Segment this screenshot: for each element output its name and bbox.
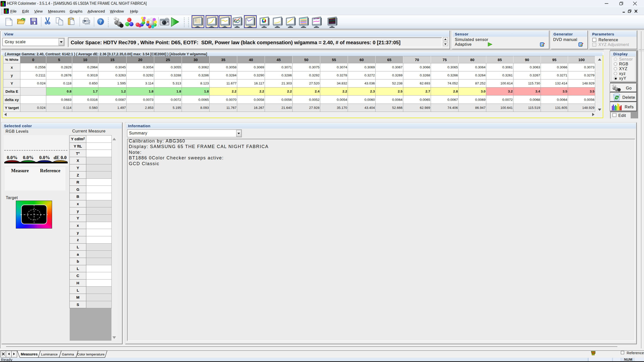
svg-text:Luminance: Luminance [41, 352, 58, 356]
svg-text:?: ? [99, 19, 102, 24]
svg-text:Gamma: Gamma [62, 352, 74, 356]
svg-text:Color temperature: Color temperature [77, 352, 105, 356]
svg-text:Measures: Measures [21, 352, 38, 356]
